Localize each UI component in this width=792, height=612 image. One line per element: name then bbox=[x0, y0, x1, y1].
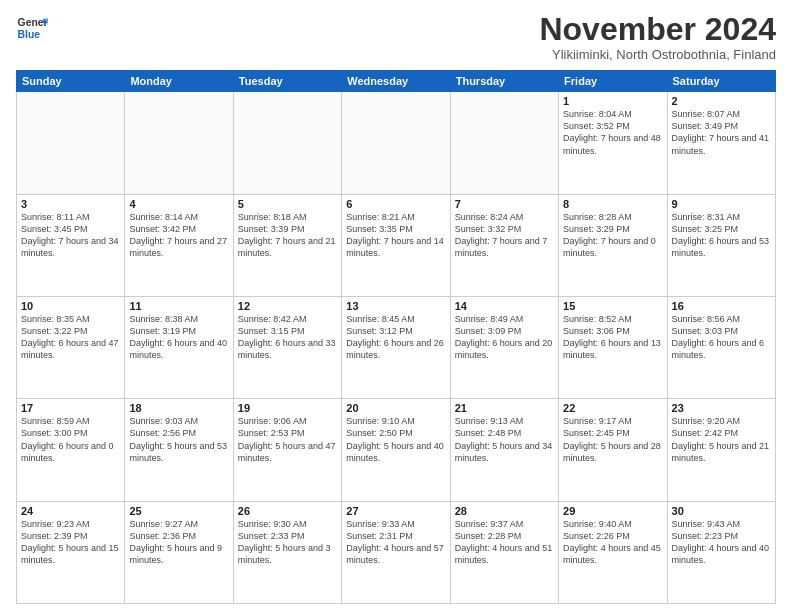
day-info: Sunrise: 8:38 AM Sunset: 3:19 PM Dayligh… bbox=[129, 313, 228, 362]
header-saturday: Saturday bbox=[667, 71, 775, 92]
table-row: 21Sunrise: 9:13 AM Sunset: 2:48 PM Dayli… bbox=[450, 399, 558, 501]
day-number: 11 bbox=[129, 300, 228, 312]
day-number: 10 bbox=[21, 300, 120, 312]
header-sunday: Sunday bbox=[17, 71, 125, 92]
day-number: 30 bbox=[672, 505, 771, 517]
calendar-header-row: Sunday Monday Tuesday Wednesday Thursday… bbox=[17, 71, 776, 92]
day-number: 9 bbox=[672, 198, 771, 210]
day-number: 20 bbox=[346, 402, 445, 414]
day-info: Sunrise: 9:30 AM Sunset: 2:33 PM Dayligh… bbox=[238, 518, 337, 567]
table-row: 14Sunrise: 8:49 AM Sunset: 3:09 PM Dayli… bbox=[450, 296, 558, 398]
table-row bbox=[233, 92, 341, 194]
header-wednesday: Wednesday bbox=[342, 71, 450, 92]
subtitle: Ylikiiminki, North Ostrobothnia, Finland bbox=[539, 47, 776, 62]
calendar-week-row: 1Sunrise: 8:04 AM Sunset: 3:52 PM Daylig… bbox=[17, 92, 776, 194]
day-info: Sunrise: 8:07 AM Sunset: 3:49 PM Dayligh… bbox=[672, 108, 771, 157]
table-row: 1Sunrise: 8:04 AM Sunset: 3:52 PM Daylig… bbox=[559, 92, 667, 194]
table-row: 10Sunrise: 8:35 AM Sunset: 3:22 PM Dayli… bbox=[17, 296, 125, 398]
day-number: 17 bbox=[21, 402, 120, 414]
day-info: Sunrise: 8:21 AM Sunset: 3:35 PM Dayligh… bbox=[346, 211, 445, 260]
day-info: Sunrise: 8:56 AM Sunset: 3:03 PM Dayligh… bbox=[672, 313, 771, 362]
day-info: Sunrise: 8:35 AM Sunset: 3:22 PM Dayligh… bbox=[21, 313, 120, 362]
table-row bbox=[17, 92, 125, 194]
table-row: 12Sunrise: 8:42 AM Sunset: 3:15 PM Dayli… bbox=[233, 296, 341, 398]
day-info: Sunrise: 9:37 AM Sunset: 2:28 PM Dayligh… bbox=[455, 518, 554, 567]
day-number: 1 bbox=[563, 95, 662, 107]
day-info: Sunrise: 8:49 AM Sunset: 3:09 PM Dayligh… bbox=[455, 313, 554, 362]
table-row: 9Sunrise: 8:31 AM Sunset: 3:25 PM Daylig… bbox=[667, 194, 775, 296]
day-number: 22 bbox=[563, 402, 662, 414]
table-row: 25Sunrise: 9:27 AM Sunset: 2:36 PM Dayli… bbox=[125, 501, 233, 603]
table-row: 3Sunrise: 8:11 AM Sunset: 3:45 PM Daylig… bbox=[17, 194, 125, 296]
day-number: 2 bbox=[672, 95, 771, 107]
table-row bbox=[342, 92, 450, 194]
day-info: Sunrise: 9:20 AM Sunset: 2:42 PM Dayligh… bbox=[672, 415, 771, 464]
day-info: Sunrise: 8:04 AM Sunset: 3:52 PM Dayligh… bbox=[563, 108, 662, 157]
day-number: 8 bbox=[563, 198, 662, 210]
day-number: 14 bbox=[455, 300, 554, 312]
table-row: 8Sunrise: 8:28 AM Sunset: 3:29 PM Daylig… bbox=[559, 194, 667, 296]
calendar-week-row: 17Sunrise: 8:59 AM Sunset: 3:00 PM Dayli… bbox=[17, 399, 776, 501]
header-monday: Monday bbox=[125, 71, 233, 92]
table-row: 19Sunrise: 9:06 AM Sunset: 2:53 PM Dayli… bbox=[233, 399, 341, 501]
table-row: 6Sunrise: 8:21 AM Sunset: 3:35 PM Daylig… bbox=[342, 194, 450, 296]
day-info: Sunrise: 8:18 AM Sunset: 3:39 PM Dayligh… bbox=[238, 211, 337, 260]
day-info: Sunrise: 9:13 AM Sunset: 2:48 PM Dayligh… bbox=[455, 415, 554, 464]
day-info: Sunrise: 9:43 AM Sunset: 2:23 PM Dayligh… bbox=[672, 518, 771, 567]
page: General Blue November 2024 Ylikiiminki, … bbox=[0, 0, 792, 612]
table-row: 20Sunrise: 9:10 AM Sunset: 2:50 PM Dayli… bbox=[342, 399, 450, 501]
title-block: November 2024 Ylikiiminki, North Ostrobo… bbox=[539, 12, 776, 62]
day-number: 23 bbox=[672, 402, 771, 414]
day-number: 25 bbox=[129, 505, 228, 517]
calendar-week-row: 10Sunrise: 8:35 AM Sunset: 3:22 PM Dayli… bbox=[17, 296, 776, 398]
day-info: Sunrise: 9:06 AM Sunset: 2:53 PM Dayligh… bbox=[238, 415, 337, 464]
day-info: Sunrise: 9:23 AM Sunset: 2:39 PM Dayligh… bbox=[21, 518, 120, 567]
day-number: 5 bbox=[238, 198, 337, 210]
table-row: 28Sunrise: 9:37 AM Sunset: 2:28 PM Dayli… bbox=[450, 501, 558, 603]
day-number: 28 bbox=[455, 505, 554, 517]
day-number: 15 bbox=[563, 300, 662, 312]
table-row: 26Sunrise: 9:30 AM Sunset: 2:33 PM Dayli… bbox=[233, 501, 341, 603]
table-row: 13Sunrise: 8:45 AM Sunset: 3:12 PM Dayli… bbox=[342, 296, 450, 398]
logo-icon: General Blue bbox=[16, 12, 48, 44]
table-row bbox=[125, 92, 233, 194]
table-row: 27Sunrise: 9:33 AM Sunset: 2:31 PM Dayli… bbox=[342, 501, 450, 603]
day-info: Sunrise: 9:40 AM Sunset: 2:26 PM Dayligh… bbox=[563, 518, 662, 567]
day-info: Sunrise: 8:14 AM Sunset: 3:42 PM Dayligh… bbox=[129, 211, 228, 260]
table-row: 16Sunrise: 8:56 AM Sunset: 3:03 PM Dayli… bbox=[667, 296, 775, 398]
header-tuesday: Tuesday bbox=[233, 71, 341, 92]
day-info: Sunrise: 8:24 AM Sunset: 3:32 PM Dayligh… bbox=[455, 211, 554, 260]
day-info: Sunrise: 8:52 AM Sunset: 3:06 PM Dayligh… bbox=[563, 313, 662, 362]
day-number: 27 bbox=[346, 505, 445, 517]
table-row: 17Sunrise: 8:59 AM Sunset: 3:00 PM Dayli… bbox=[17, 399, 125, 501]
svg-text:Blue: Blue bbox=[18, 29, 41, 40]
day-info: Sunrise: 8:59 AM Sunset: 3:00 PM Dayligh… bbox=[21, 415, 120, 464]
day-info: Sunrise: 9:10 AM Sunset: 2:50 PM Dayligh… bbox=[346, 415, 445, 464]
table-row: 22Sunrise: 9:17 AM Sunset: 2:45 PM Dayli… bbox=[559, 399, 667, 501]
table-row: 23Sunrise: 9:20 AM Sunset: 2:42 PM Dayli… bbox=[667, 399, 775, 501]
day-number: 24 bbox=[21, 505, 120, 517]
day-number: 21 bbox=[455, 402, 554, 414]
table-row: 18Sunrise: 9:03 AM Sunset: 2:56 PM Dayli… bbox=[125, 399, 233, 501]
table-row: 30Sunrise: 9:43 AM Sunset: 2:23 PM Dayli… bbox=[667, 501, 775, 603]
table-row: 4Sunrise: 8:14 AM Sunset: 3:42 PM Daylig… bbox=[125, 194, 233, 296]
day-number: 18 bbox=[129, 402, 228, 414]
calendar-week-row: 24Sunrise: 9:23 AM Sunset: 2:39 PM Dayli… bbox=[17, 501, 776, 603]
table-row: 29Sunrise: 9:40 AM Sunset: 2:26 PM Dayli… bbox=[559, 501, 667, 603]
day-info: Sunrise: 8:28 AM Sunset: 3:29 PM Dayligh… bbox=[563, 211, 662, 260]
table-row: 24Sunrise: 9:23 AM Sunset: 2:39 PM Dayli… bbox=[17, 501, 125, 603]
table-row: 11Sunrise: 8:38 AM Sunset: 3:19 PM Dayli… bbox=[125, 296, 233, 398]
table-row: 15Sunrise: 8:52 AM Sunset: 3:06 PM Dayli… bbox=[559, 296, 667, 398]
table-row: 2Sunrise: 8:07 AM Sunset: 3:49 PM Daylig… bbox=[667, 92, 775, 194]
day-number: 16 bbox=[672, 300, 771, 312]
logo: General Blue bbox=[16, 12, 48, 44]
day-number: 13 bbox=[346, 300, 445, 312]
day-number: 7 bbox=[455, 198, 554, 210]
day-info: Sunrise: 9:33 AM Sunset: 2:31 PM Dayligh… bbox=[346, 518, 445, 567]
table-row bbox=[450, 92, 558, 194]
table-row: 5Sunrise: 8:18 AM Sunset: 3:39 PM Daylig… bbox=[233, 194, 341, 296]
header-friday: Friday bbox=[559, 71, 667, 92]
day-info: Sunrise: 8:31 AM Sunset: 3:25 PM Dayligh… bbox=[672, 211, 771, 260]
day-info: Sunrise: 9:03 AM Sunset: 2:56 PM Dayligh… bbox=[129, 415, 228, 464]
day-number: 3 bbox=[21, 198, 120, 210]
